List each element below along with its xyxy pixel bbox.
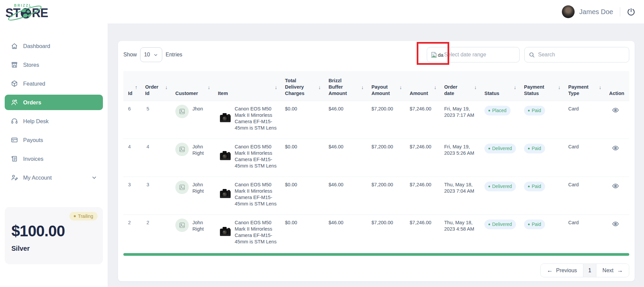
sidebar-item-payouts[interactable]: Payouts xyxy=(5,132,103,148)
sidebar-item-label: Stores xyxy=(23,62,39,68)
sidebar-item-help-desk[interactable]: Help Desk xyxy=(5,113,103,129)
logo-right: RE xyxy=(32,6,48,20)
column-header-customer[interactable]: Customer↓ xyxy=(172,71,215,101)
view-order-button[interactable] xyxy=(611,182,620,190)
column-label: Order Id xyxy=(145,84,161,97)
column-header-id[interactable]: Id↑ xyxy=(123,71,142,101)
customer-name: John Right xyxy=(192,182,210,194)
status-label: Placed xyxy=(492,107,507,114)
table-header-row: Id↑Order Id↓Customer↓Item↓Total Delivery… xyxy=(123,71,629,101)
column-header-amount[interactable]: Amount↓ xyxy=(406,71,441,101)
show-label: Show xyxy=(123,52,137,58)
cell-total-delivery: $0.00 xyxy=(282,101,325,139)
sort-down-icon: ↓ xyxy=(275,84,278,90)
badge-dot-icon xyxy=(488,224,490,225)
cell-action xyxy=(606,177,629,214)
customer-avatar-placeholder-icon xyxy=(175,105,189,118)
filter-controls: da xyxy=(427,47,629,62)
page-number[interactable]: 1 xyxy=(583,264,596,277)
column-header-payment-status[interactable]: Payment Status↓ xyxy=(521,71,565,101)
product-thumbnail-camera xyxy=(218,226,232,245)
sidebar-item-invoices[interactable]: Invoices xyxy=(5,151,103,166)
previous-page-button[interactable]: ← Previous xyxy=(541,264,583,277)
column-label: Id xyxy=(128,90,138,97)
customer-name: Jhon xyxy=(192,106,203,118)
sidebar-item-featured[interactable]: Featured xyxy=(5,76,103,91)
badge-dot-icon xyxy=(74,215,76,217)
search-input[interactable] xyxy=(538,52,625,58)
view-order-button[interactable] xyxy=(611,106,620,114)
sort-down-icon: ↓ xyxy=(434,84,437,90)
sort-up-icon: ↑ xyxy=(135,84,138,90)
show-entries-group: Show 10 Entries xyxy=(123,47,182,62)
sidebar-item-orders[interactable]: Orders xyxy=(5,95,103,110)
balance-amount: $100.00 xyxy=(11,222,96,240)
cell-status: Delivered xyxy=(481,139,521,177)
cell-payout-amount: $7,200.00 xyxy=(368,139,406,177)
logo-left: ST xyxy=(5,6,20,20)
eye-icon xyxy=(612,144,619,152)
cell-total-delivery: $0.00 xyxy=(282,177,325,214)
sidebar-item-label: Payouts xyxy=(23,137,43,143)
cell-id: 2 xyxy=(123,214,142,252)
item-name: Canon EOS M50 Mark II Mirrorless Camera … xyxy=(235,144,278,169)
trailing-badge-label: Trailing xyxy=(78,213,93,219)
user-avatar[interactable] xyxy=(562,5,575,18)
column-label: Status xyxy=(484,90,517,97)
badge-dot-icon xyxy=(488,186,490,187)
cell-status: Delivered xyxy=(481,214,521,252)
view-order-button[interactable] xyxy=(611,144,620,152)
column-header-item[interactable]: Item↓ xyxy=(215,71,282,101)
logout-button[interactable] xyxy=(627,8,635,16)
sidebar-item-label: Help Desk xyxy=(23,118,49,125)
column-label: Payment Status xyxy=(524,84,548,97)
sidebar-item-stores[interactable]: Stores xyxy=(5,57,103,73)
user-area: James Doe xyxy=(562,5,635,18)
column-header-payment-type[interactable]: Payment Type↓ xyxy=(565,71,606,101)
cell-buffer-amount: $46.00 xyxy=(325,139,368,177)
cell-order-id: 2 xyxy=(142,214,172,252)
sidebar-item-label: Invoices xyxy=(23,156,44,162)
sidebar-item-dashboard[interactable]: Dashboard xyxy=(5,38,103,54)
column-header-payout-amount[interactable]: Payout Amount↓ xyxy=(368,71,406,101)
badge-dot-icon xyxy=(528,110,530,111)
payment-status-label: Paid xyxy=(532,107,541,114)
table-row: 3 3 John Right xyxy=(123,177,629,214)
column-header-status[interactable]: Status↓ xyxy=(481,71,521,101)
table-scrollbar[interactable] xyxy=(123,253,629,256)
eye-icon xyxy=(612,106,619,114)
cell-payment-type: Card xyxy=(565,101,606,139)
next-page-button[interactable]: Next → xyxy=(596,264,629,277)
column-header-total-delivery-charges[interactable]: Total Delivery Charges↓ xyxy=(282,71,325,101)
table-row: 2 2 John Right xyxy=(123,214,629,252)
user-name[interactable]: James Doe xyxy=(579,8,613,16)
topbar: BRIZZL ST RE James Doe xyxy=(0,0,644,23)
entries-select[interactable]: 10 xyxy=(140,47,162,62)
home-icon xyxy=(10,42,18,50)
store-logo[interactable]: BRIZZL ST RE xyxy=(5,3,46,21)
cell-item: Canon EOS M50 Mark II Mirrorless Camera … xyxy=(215,177,282,214)
date-range-input[interactable] xyxy=(444,52,516,58)
status-badge: Delivered xyxy=(484,220,516,229)
sort-down-icon: ↓ xyxy=(599,84,602,90)
chevron-down-icon xyxy=(153,52,158,57)
date-range-picker[interactable]: da xyxy=(427,47,520,62)
cell-payment-status: Paid xyxy=(521,139,565,177)
column-header-order-date[interactable]: Order date↓ xyxy=(441,71,481,101)
trailing-badge: Trailing xyxy=(69,212,98,221)
sidebar-item-my-account[interactable]: My Account xyxy=(5,170,103,185)
column-label: Brizzl Buffer Amount xyxy=(329,78,347,97)
sidebar-item-label: Featured xyxy=(23,81,45,87)
sidebar-item-label: My Account xyxy=(23,175,52,181)
cell-amount: $7,246.00 xyxy=(406,139,441,177)
cell-payment-status: Paid xyxy=(521,101,565,139)
item-name: Canon EOS M50 Mark II Mirrorless Camera … xyxy=(235,220,278,245)
broken-image-icon xyxy=(430,51,437,58)
column-label: Amount xyxy=(410,90,437,97)
view-order-button[interactable] xyxy=(611,220,620,228)
power-icon xyxy=(627,8,635,16)
cell-order-id: 4 xyxy=(142,139,172,177)
column-header-brizzl-buffer-amount[interactable]: Brizzl Buffer Amount↓ xyxy=(325,71,368,101)
balance-card: Trailing $100.00 Silver xyxy=(5,207,103,264)
column-header-order-id[interactable]: Order Id↓ xyxy=(142,71,172,101)
